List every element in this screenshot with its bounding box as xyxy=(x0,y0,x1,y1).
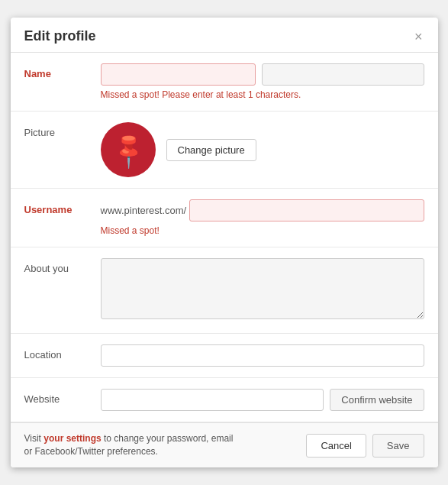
username-error-message: Missed a spot! xyxy=(101,225,424,236)
picture-label: Picture xyxy=(24,122,101,138)
picture-row: Picture 📌 Change picture xyxy=(11,112,438,189)
name-inputs xyxy=(101,63,424,86)
name-label: Name xyxy=(24,63,101,79)
picture-content: 📌 Change picture xyxy=(101,122,424,177)
about-label: About you xyxy=(24,258,101,274)
name-error-message: Missed a spot! Please enter at least 1 c… xyxy=(101,89,424,100)
confirm-website-button[interactable]: Confirm website xyxy=(330,389,424,411)
name-row: Name Missed a spot! Please enter at leas… xyxy=(11,53,438,112)
first-name-input[interactable] xyxy=(101,63,256,86)
footer-buttons: Cancel Save xyxy=(306,434,424,458)
about-row: About you xyxy=(11,247,438,334)
username-row: Username www.pinterest.com/ Missed a spo… xyxy=(11,189,438,247)
website-label: Website xyxy=(24,389,101,405)
location-content xyxy=(101,344,424,367)
username-label: Username xyxy=(24,199,101,215)
about-textarea[interactable] xyxy=(101,258,424,319)
edit-profile-modal: Edit profile × Name Missed a spot! Pleas… xyxy=(11,18,438,467)
location-row: Location xyxy=(11,334,438,378)
change-picture-button[interactable]: Change picture xyxy=(166,139,256,161)
save-button[interactable]: Save xyxy=(372,434,424,458)
cancel-button[interactable]: Cancel xyxy=(306,434,366,458)
footer-text-prefix: Visit xyxy=(24,433,44,444)
pin-icon: 📌 xyxy=(108,131,147,170)
location-label: Location xyxy=(24,344,101,361)
username-input[interactable] xyxy=(189,199,424,221)
username-input-row: www.pinterest.com/ xyxy=(101,199,424,221)
modal-footer: Visit your settings to change your passw… xyxy=(11,422,438,467)
location-input[interactable] xyxy=(101,344,424,367)
website-input[interactable] xyxy=(101,389,324,411)
website-input-row: Confirm website xyxy=(101,389,424,411)
last-name-input[interactable] xyxy=(262,63,424,86)
website-row: Website Confirm website xyxy=(11,378,438,422)
modal-header: Edit profile × xyxy=(11,18,438,53)
about-content xyxy=(101,258,424,322)
close-button[interactable]: × xyxy=(413,30,424,44)
website-content: Confirm website xyxy=(101,389,424,411)
footer-text: Visit your settings to change your passw… xyxy=(24,432,238,458)
modal-title: Edit profile xyxy=(24,28,96,44)
name-content: Missed a spot! Please enter at least 1 c… xyxy=(101,63,424,100)
picture-section: 📌 Change picture xyxy=(101,122,424,177)
username-content: www.pinterest.com/ Missed a spot! xyxy=(101,199,424,236)
url-prefix: www.pinterest.com/ xyxy=(101,205,187,216)
avatar: 📌 xyxy=(101,122,156,177)
settings-link[interactable]: your settings xyxy=(44,433,101,444)
